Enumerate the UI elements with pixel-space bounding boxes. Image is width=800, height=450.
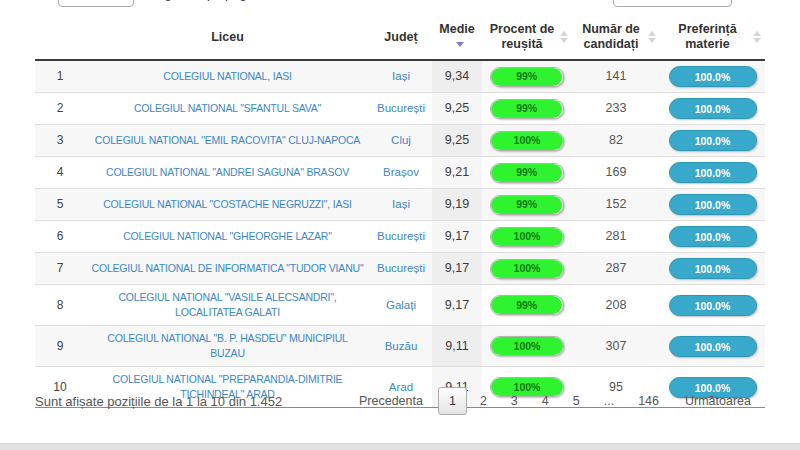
- pagination-previous-button[interactable]: Precedenta: [346, 387, 436, 415]
- procent-progress-bar: 99%: [490, 163, 564, 183]
- header-procent[interactable]: Procent de reușită: [482, 15, 572, 60]
- preferinta-badge: 100.0%: [669, 162, 757, 183]
- header-judet-label: Județ: [384, 30, 417, 44]
- liceu-link[interactable]: COLEGIUL NATIONAL "GHEORGHE LAZAR": [123, 230, 332, 242]
- header-candidati-label: Număr de candidați: [582, 22, 640, 51]
- header-liceu[interactable]: Liceu: [85, 15, 370, 60]
- page-length-label-suffix: înregistrări pe pagină: [142, 0, 264, 1]
- pagination-page-button[interactable]: 4: [531, 387, 560, 415]
- table-body: 1 COLEGIUL NATIONAL, IASI Iași 9,34 99% …: [35, 60, 765, 408]
- judet-cell: Buzău: [370, 326, 432, 367]
- liceu-link[interactable]: COLEGIUL NATIONAL "COSTACHE NEGRUZZI", I…: [103, 198, 352, 210]
- procent-progress-bar: 99%: [490, 99, 564, 119]
- pagination-page-button[interactable]: 3: [500, 387, 529, 415]
- judet-link[interactable]: Iași: [392, 70, 410, 82]
- table-row: 1 COLEGIUL NATIONAL, IASI Iași 9,34 99% …: [35, 60, 765, 93]
- medie-cell: 9,25: [432, 125, 482, 157]
- medie-cell: 9,11: [432, 326, 482, 367]
- table-row: 9 COLEGIUL NATIONAL "B. P. HASDEU" MUNIC…: [35, 326, 765, 367]
- judet-cell: Galați: [370, 285, 432, 326]
- procent-value: 99%: [516, 165, 537, 180]
- header-judet[interactable]: Județ: [370, 15, 432, 60]
- sort-descending-icon: [456, 42, 464, 47]
- medie-cell: 9,17: [432, 285, 482, 326]
- candidati-cell: 169: [572, 157, 660, 189]
- procent-cell: 100%: [482, 125, 572, 157]
- table-row: 2 COLEGIUL NATIONAL "SFANTUL SAVA" Bucur…: [35, 93, 765, 125]
- procent-fill: 99%: [491, 100, 562, 118]
- judet-link[interactable]: Galați: [386, 299, 416, 311]
- judet-link[interactable]: București: [377, 230, 425, 242]
- liceu-link[interactable]: COLEGIUL NATIONAL "EMIL RACOVITA" CLUJ-N…: [95, 134, 360, 146]
- procent-cell: 100%: [482, 221, 572, 253]
- judet-link[interactable]: București: [377, 102, 425, 114]
- candidati-cell: 233: [572, 93, 660, 125]
- pagination: Precedenta 12345...146 Următoarea: [345, 387, 765, 415]
- header-medie[interactable]: Medie: [432, 15, 482, 60]
- liceu-link[interactable]: COLEGIUL NATIONAL, IASI: [163, 70, 291, 82]
- pagination-page-button[interactable]: 2: [469, 387, 498, 415]
- procent-progress-bar: 100%: [490, 227, 564, 247]
- table-row: 4 COLEGIUL NATIONAL "ANDREI SAGUNA" BRAS…: [35, 157, 765, 189]
- candidati-cell: 287: [572, 253, 660, 285]
- procent-cell: 99%: [482, 60, 572, 93]
- procent-fill: 100%: [491, 132, 563, 150]
- procent-value: 100%: [514, 133, 541, 148]
- liceu-link[interactable]: COLEGIUL NATIONAL "B. P. HASDEU" MUNICIP…: [107, 332, 347, 359]
- preferinta-badge: 100.0%: [669, 98, 757, 119]
- procent-value: 100%: [514, 339, 541, 354]
- preferinta-cell: 100.0%: [660, 60, 765, 93]
- judet-cell: București: [370, 221, 432, 253]
- rank-cell: 9: [35, 326, 85, 367]
- judet-link[interactable]: Buzău: [385, 340, 418, 352]
- header-candidati[interactable]: Număr de candidați: [572, 15, 660, 60]
- procent-progress-bar: 99%: [490, 295, 564, 315]
- procent-cell: 99%: [482, 285, 572, 326]
- preferinta-cell: 100.0%: [660, 285, 765, 326]
- pagination-page-button[interactable]: ...: [593, 387, 625, 415]
- judet-link[interactable]: București: [377, 262, 425, 274]
- liceu-cell: COLEGIUL NATIONAL "SFANTUL SAVA": [85, 93, 370, 125]
- liceu-cell: COLEGIUL NATIONAL, IASI: [85, 60, 370, 93]
- liceu-link[interactable]: COLEGIUL NATIONAL "SFANTUL SAVA": [134, 102, 321, 114]
- liceu-cell: COLEGIUL NATIONAL DE INFORMATICA "TUDOR …: [85, 253, 370, 285]
- judet-link[interactable]: Iași: [392, 198, 410, 210]
- liceu-link[interactable]: COLEGIUL NATIONAL "VASILE ALECSANDRI", L…: [118, 291, 336, 318]
- procent-fill: 100%: [491, 337, 563, 355]
- judet-link[interactable]: Brașov: [383, 166, 419, 178]
- liceu-cell: COLEGIUL NATIONAL "B. P. HASDEU" MUNICIP…: [85, 326, 370, 367]
- table-row: 7 COLEGIUL NATIONAL DE INFORMATICA "TUDO…: [35, 253, 765, 285]
- preferinta-cell: 100.0%: [660, 93, 765, 125]
- procent-value: 99%: [516, 298, 537, 313]
- preferinta-badge: 100.0%: [669, 194, 757, 215]
- liceu-cell: COLEGIUL NATIONAL "EMIL RACOVITA" CLUJ-N…: [85, 125, 370, 157]
- table-row: 6 COLEGIUL NATIONAL "GHEORGHE LAZAR" Buc…: [35, 221, 765, 253]
- table-row: 3 COLEGIUL NATIONAL "EMIL RACOVITA" CLUJ…: [35, 125, 765, 157]
- rank-cell: 2: [35, 93, 85, 125]
- pagination-page-button[interactable]: 146: [627, 387, 670, 415]
- procent-value: 100%: [514, 261, 541, 276]
- rank-cell: 1: [35, 60, 85, 93]
- rank-cell: 8: [35, 285, 85, 326]
- page-length-select[interactable]: [58, 0, 134, 7]
- pagination-page-button[interactable]: 1: [438, 387, 467, 415]
- candidati-cell: 281: [572, 221, 660, 253]
- liceu-link[interactable]: COLEGIUL NATIONAL DE INFORMATICA "TUDOR …: [92, 262, 364, 274]
- table-info-text: Sunt afișate pozițiile de la 1 la 10 din…: [35, 394, 282, 409]
- table-row: 8 COLEGIUL NATIONAL "VASILE ALECSANDRI",…: [35, 285, 765, 326]
- candidati-cell: 307: [572, 326, 660, 367]
- procent-fill: 100%: [491, 228, 563, 246]
- header-preferinta[interactable]: Preferință materie: [660, 15, 765, 60]
- judet-cell: București: [370, 93, 432, 125]
- pagination-page-button[interactable]: 5: [562, 387, 591, 415]
- ranking-table: Liceu Județ Medie Procent de reușită Num…: [35, 15, 765, 408]
- pagination-next-button[interactable]: Următoarea: [672, 387, 764, 415]
- preferinta-cell: 100.0%: [660, 253, 765, 285]
- search-input[interactable]: [613, 0, 732, 7]
- judet-link[interactable]: Cluj: [391, 134, 411, 146]
- table-footer: Sunt afișate pozițiile de la 1 la 10 din…: [35, 387, 765, 415]
- preferinta-badge: 100.0%: [669, 66, 757, 87]
- judet-cell: Cluj: [370, 125, 432, 157]
- liceu-link[interactable]: COLEGIUL NATIONAL "ANDREI SAGUNA" BRASOV: [106, 166, 349, 178]
- sort-both-icon: [753, 31, 761, 43]
